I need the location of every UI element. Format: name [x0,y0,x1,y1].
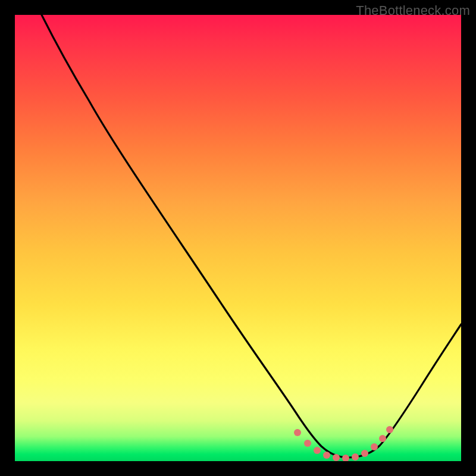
svg-point-5 [342,455,349,461]
bottleneck-curve-path [42,15,461,458]
svg-point-10 [386,426,393,433]
svg-point-8 [371,443,378,450]
svg-point-2 [314,447,321,454]
svg-point-6 [352,453,359,461]
svg-point-9 [379,435,386,442]
chart-area [15,15,461,461]
svg-point-4 [333,454,340,461]
svg-point-3 [323,452,330,459]
svg-point-7 [361,450,368,457]
svg-point-1 [304,440,311,447]
bottleneck-curve-svg [15,15,461,461]
svg-point-0 [294,429,301,436]
